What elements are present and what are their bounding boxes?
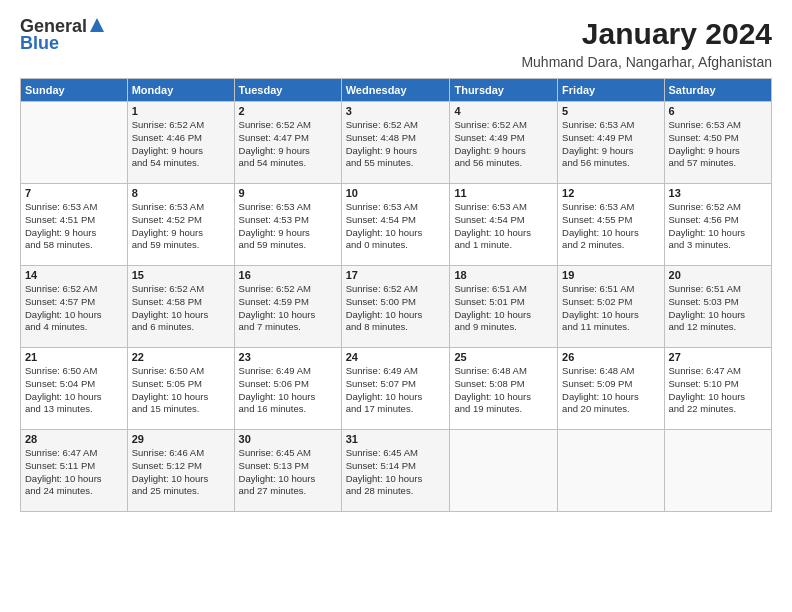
calendar-day-28: 28Sunrise: 6:47 AMSunset: 5:11 PMDayligh… xyxy=(21,430,128,512)
day-number: 27 xyxy=(669,351,767,363)
calendar-day-1: 1Sunrise: 6:52 AMSunset: 4:46 PMDaylight… xyxy=(127,102,234,184)
svg-marker-0 xyxy=(90,18,104,32)
day-info: Sunrise: 6:48 AMSunset: 5:09 PMDaylight:… xyxy=(562,365,659,416)
day-info: Sunrise: 6:50 AMSunset: 5:05 PMDaylight:… xyxy=(132,365,230,416)
calendar-header-row: SundayMondayTuesdayWednesdayThursdayFrid… xyxy=(21,79,772,102)
empty-day-cell xyxy=(450,430,558,512)
day-number: 20 xyxy=(669,269,767,281)
day-number: 3 xyxy=(346,105,446,117)
calendar-day-11: 11Sunrise: 6:53 AMSunset: 4:54 PMDayligh… xyxy=(450,184,558,266)
calendar-day-13: 13Sunrise: 6:52 AMSunset: 4:56 PMDayligh… xyxy=(664,184,771,266)
main-title: January 2024 xyxy=(521,16,772,52)
logo: General Blue xyxy=(20,16,106,54)
calendar-week-row: 1Sunrise: 6:52 AMSunset: 4:46 PMDaylight… xyxy=(21,102,772,184)
day-info: Sunrise: 6:52 AMSunset: 4:59 PMDaylight:… xyxy=(239,283,337,334)
day-info: Sunrise: 6:50 AMSunset: 5:04 PMDaylight:… xyxy=(25,365,123,416)
calendar-week-row: 28Sunrise: 6:47 AMSunset: 5:11 PMDayligh… xyxy=(21,430,772,512)
page: General Blue January 2024 Muhmand Dara, … xyxy=(0,0,792,612)
calendar-day-9: 9Sunrise: 6:53 AMSunset: 4:53 PMDaylight… xyxy=(234,184,341,266)
calendar-day-27: 27Sunrise: 6:47 AMSunset: 5:10 PMDayligh… xyxy=(664,348,771,430)
day-of-week-saturday: Saturday xyxy=(664,79,771,102)
calendar-day-14: 14Sunrise: 6:52 AMSunset: 4:57 PMDayligh… xyxy=(21,266,128,348)
day-of-week-thursday: Thursday xyxy=(450,79,558,102)
day-number: 1 xyxy=(132,105,230,117)
day-info: Sunrise: 6:52 AMSunset: 5:00 PMDaylight:… xyxy=(346,283,446,334)
day-info: Sunrise: 6:45 AMSunset: 5:13 PMDaylight:… xyxy=(239,447,337,498)
day-number: 18 xyxy=(454,269,553,281)
calendar-day-10: 10Sunrise: 6:53 AMSunset: 4:54 PMDayligh… xyxy=(341,184,450,266)
day-info: Sunrise: 6:53 AMSunset: 4:49 PMDaylight:… xyxy=(562,119,659,170)
day-number: 15 xyxy=(132,269,230,281)
day-number: 14 xyxy=(25,269,123,281)
calendar-day-31: 31Sunrise: 6:45 AMSunset: 5:14 PMDayligh… xyxy=(341,430,450,512)
calendar-day-18: 18Sunrise: 6:51 AMSunset: 5:01 PMDayligh… xyxy=(450,266,558,348)
calendar-day-30: 30Sunrise: 6:45 AMSunset: 5:13 PMDayligh… xyxy=(234,430,341,512)
day-number: 9 xyxy=(239,187,337,199)
calendar-day-23: 23Sunrise: 6:49 AMSunset: 5:06 PMDayligh… xyxy=(234,348,341,430)
calendar-day-12: 12Sunrise: 6:53 AMSunset: 4:55 PMDayligh… xyxy=(558,184,664,266)
calendar-day-29: 29Sunrise: 6:46 AMSunset: 5:12 PMDayligh… xyxy=(127,430,234,512)
calendar-day-15: 15Sunrise: 6:52 AMSunset: 4:58 PMDayligh… xyxy=(127,266,234,348)
calendar-table: SundayMondayTuesdayWednesdayThursdayFrid… xyxy=(20,78,772,512)
day-of-week-sunday: Sunday xyxy=(21,79,128,102)
day-info: Sunrise: 6:52 AMSunset: 4:46 PMDaylight:… xyxy=(132,119,230,170)
calendar-day-26: 26Sunrise: 6:48 AMSunset: 5:09 PMDayligh… xyxy=(558,348,664,430)
day-info: Sunrise: 6:47 AMSunset: 5:10 PMDaylight:… xyxy=(669,365,767,416)
day-info: Sunrise: 6:53 AMSunset: 4:55 PMDaylight:… xyxy=(562,201,659,252)
day-info: Sunrise: 6:49 AMSunset: 5:06 PMDaylight:… xyxy=(239,365,337,416)
day-number: 24 xyxy=(346,351,446,363)
calendar-day-17: 17Sunrise: 6:52 AMSunset: 5:00 PMDayligh… xyxy=(341,266,450,348)
day-info: Sunrise: 6:48 AMSunset: 5:08 PMDaylight:… xyxy=(454,365,553,416)
day-info: Sunrise: 6:51 AMSunset: 5:02 PMDaylight:… xyxy=(562,283,659,334)
calendar-week-row: 21Sunrise: 6:50 AMSunset: 5:04 PMDayligh… xyxy=(21,348,772,430)
subtitle: Muhmand Dara, Nangarhar, Afghanistan xyxy=(521,54,772,70)
day-info: Sunrise: 6:53 AMSunset: 4:52 PMDaylight:… xyxy=(132,201,230,252)
day-number: 4 xyxy=(454,105,553,117)
calendar-day-22: 22Sunrise: 6:50 AMSunset: 5:05 PMDayligh… xyxy=(127,348,234,430)
calendar-day-21: 21Sunrise: 6:50 AMSunset: 5:04 PMDayligh… xyxy=(21,348,128,430)
day-info: Sunrise: 6:52 AMSunset: 4:57 PMDaylight:… xyxy=(25,283,123,334)
day-info: Sunrise: 6:45 AMSunset: 5:14 PMDaylight:… xyxy=(346,447,446,498)
calendar-day-24: 24Sunrise: 6:49 AMSunset: 5:07 PMDayligh… xyxy=(341,348,450,430)
day-number: 8 xyxy=(132,187,230,199)
day-number: 7 xyxy=(25,187,123,199)
day-number: 31 xyxy=(346,433,446,445)
day-number: 30 xyxy=(239,433,337,445)
day-info: Sunrise: 6:52 AMSunset: 4:49 PMDaylight:… xyxy=(454,119,553,170)
day-info: Sunrise: 6:53 AMSunset: 4:54 PMDaylight:… xyxy=(346,201,446,252)
day-number: 29 xyxy=(132,433,230,445)
calendar-day-16: 16Sunrise: 6:52 AMSunset: 4:59 PMDayligh… xyxy=(234,266,341,348)
calendar-day-8: 8Sunrise: 6:53 AMSunset: 4:52 PMDaylight… xyxy=(127,184,234,266)
day-info: Sunrise: 6:52 AMSunset: 4:47 PMDaylight:… xyxy=(239,119,337,170)
day-info: Sunrise: 6:52 AMSunset: 4:56 PMDaylight:… xyxy=(669,201,767,252)
day-number: 10 xyxy=(346,187,446,199)
calendar-day-6: 6Sunrise: 6:53 AMSunset: 4:50 PMDaylight… xyxy=(664,102,771,184)
day-info: Sunrise: 6:46 AMSunset: 5:12 PMDaylight:… xyxy=(132,447,230,498)
day-number: 13 xyxy=(669,187,767,199)
day-info: Sunrise: 6:51 AMSunset: 5:01 PMDaylight:… xyxy=(454,283,553,334)
calendar-day-4: 4Sunrise: 6:52 AMSunset: 4:49 PMDaylight… xyxy=(450,102,558,184)
day-of-week-tuesday: Tuesday xyxy=(234,79,341,102)
day-of-week-monday: Monday xyxy=(127,79,234,102)
day-number: 26 xyxy=(562,351,659,363)
day-number: 21 xyxy=(25,351,123,363)
day-number: 28 xyxy=(25,433,123,445)
calendar-day-19: 19Sunrise: 6:51 AMSunset: 5:02 PMDayligh… xyxy=(558,266,664,348)
day-number: 12 xyxy=(562,187,659,199)
day-info: Sunrise: 6:52 AMSunset: 4:58 PMDaylight:… xyxy=(132,283,230,334)
calendar-day-5: 5Sunrise: 6:53 AMSunset: 4:49 PMDaylight… xyxy=(558,102,664,184)
day-info: Sunrise: 6:53 AMSunset: 4:53 PMDaylight:… xyxy=(239,201,337,252)
day-number: 17 xyxy=(346,269,446,281)
day-number: 6 xyxy=(669,105,767,117)
day-of-week-wednesday: Wednesday xyxy=(341,79,450,102)
day-number: 19 xyxy=(562,269,659,281)
day-info: Sunrise: 6:47 AMSunset: 5:11 PMDaylight:… xyxy=(25,447,123,498)
day-info: Sunrise: 6:53 AMSunset: 4:51 PMDaylight:… xyxy=(25,201,123,252)
day-number: 2 xyxy=(239,105,337,117)
day-info: Sunrise: 6:53 AMSunset: 4:54 PMDaylight:… xyxy=(454,201,553,252)
calendar-week-row: 7Sunrise: 6:53 AMSunset: 4:51 PMDaylight… xyxy=(21,184,772,266)
day-number: 16 xyxy=(239,269,337,281)
day-info: Sunrise: 6:52 AMSunset: 4:48 PMDaylight:… xyxy=(346,119,446,170)
empty-day-cell xyxy=(21,102,128,184)
title-block: January 2024 Muhmand Dara, Nangarhar, Af… xyxy=(521,16,772,70)
